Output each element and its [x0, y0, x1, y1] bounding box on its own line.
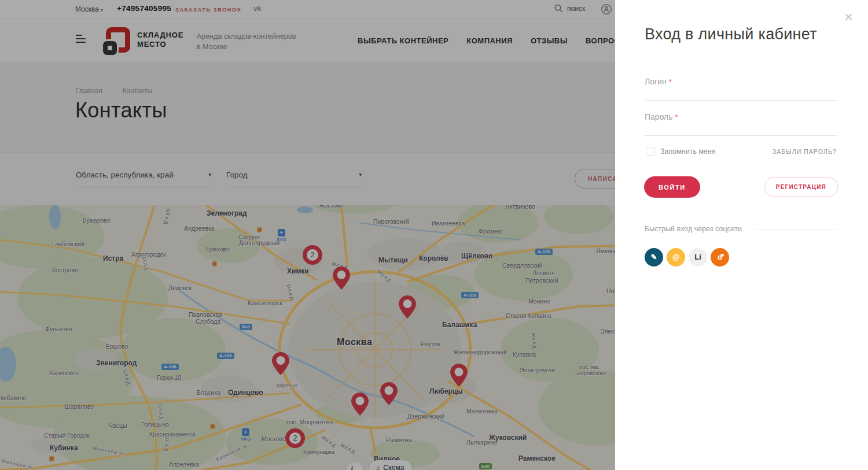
login-button[interactable]: ВОЙТИ	[644, 176, 700, 198]
page: Москва▾ +74957405995 ЗАКАЗАТЬ ЗВОНОК vk …	[0, 0, 868, 470]
login-label: Логин	[645, 77, 667, 86]
forgot-password-link[interactable]: ЗАБЫЛИ ПАРОЛЬ?	[773, 148, 837, 155]
remember-row: Запомнить меня ЗАБЫЛИ ПАРОЛЬ?	[646, 147, 837, 156]
modal-title: Вход в личный кабинет	[645, 25, 817, 43]
login-field[interactable]: Логин*	[645, 76, 837, 101]
social-login-row: ✎@Lid	[645, 248, 729, 267]
required-mark: *	[669, 77, 672, 86]
livejournal-icon[interactable]: ✎	[645, 248, 663, 267]
register-button[interactable]: РЕГИСТРАЦИЯ	[764, 177, 838, 197]
password-label: Пароль	[645, 112, 673, 121]
social-d-icon[interactable]: d	[711, 248, 729, 267]
close-icon[interactable]: ×	[844, 9, 853, 24]
login-modal: × Вход в личный кабинет Логин* Пароль* З…	[615, 0, 868, 470]
liveinternet-icon[interactable]: Li	[689, 248, 707, 267]
required-mark: *	[675, 113, 678, 121]
remember-label: Запомнить меня	[660, 147, 716, 156]
mailru-icon[interactable]: @	[667, 248, 685, 267]
social-login-header: Быстрый вход через соцсети	[645, 225, 837, 233]
login-input[interactable]	[645, 87, 837, 101]
remember-checkbox[interactable]	[646, 147, 654, 156]
password-field[interactable]: Пароль*	[645, 112, 837, 136]
password-input[interactable]	[645, 122, 837, 136]
